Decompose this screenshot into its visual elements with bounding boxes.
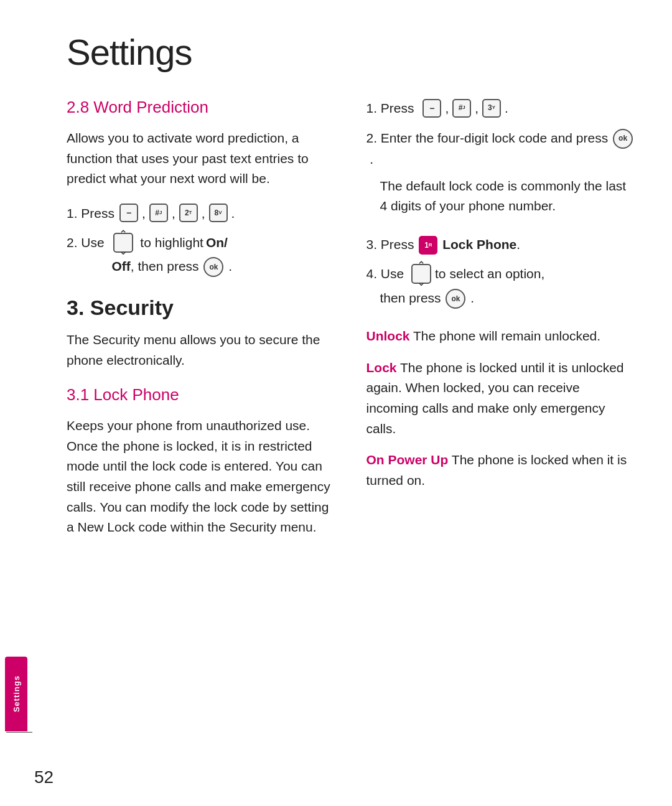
right-step2-indent: The default lock code is commonly the la…: [380, 176, 635, 217]
right-step2-line1: 2. Enter the four-digit lock code and pr…: [366, 128, 635, 170]
nav-key-r: ⌃⌄: [411, 264, 431, 284]
on-power-up-option: On Power Up The phone is locked when it …: [366, 450, 635, 490]
content-columns: 2.8 Word Prediction Allows you to activa…: [67, 98, 635, 775]
step2-content: ⌃⌄ to highlight On/ Off, then press ok .: [112, 232, 335, 277]
section-28-step2: 2. Use ⌃⌄ to highlight On/ Off, then pre…: [67, 232, 335, 277]
period1: .: [231, 203, 235, 224]
nav-key: ⌃⌄: [113, 233, 133, 253]
section-28: 2.8 Word Prediction Allows you to activa…: [67, 98, 335, 277]
minus-key: −: [119, 204, 138, 222]
ok-key-28: ok: [203, 257, 223, 277]
3-key-r: 3Y: [482, 99, 501, 118]
right-column: 1. Press − , #J , 3Y . 2. Enter the four…: [366, 98, 635, 775]
section-28-step1: 1. Press − , #J , 2T , 8V .: [67, 203, 335, 224]
sidebar-label: Settings: [12, 675, 21, 712]
right-step1: 1. Press − , #J , 3Y .: [366, 98, 635, 119]
step1-content: − , #J , 2T , 8V .: [118, 203, 235, 224]
unlock-option: Unlock The phone will remain unlocked.: [366, 326, 635, 347]
step1-number: 1. Press: [67, 203, 114, 224]
right-step4-suffix: to select an option,: [435, 263, 544, 284]
section-3-body: The Security menu allows you to secure t…: [67, 330, 335, 370]
hash-j-key: #J: [149, 204, 168, 222]
right-step4-then: then press ok .: [380, 288, 475, 309]
minus-key-r: −: [422, 99, 441, 118]
left-column: 2.8 Word Prediction Allows you to activa…: [67, 98, 335, 775]
section-31-heading: 3.1 Lock Phone: [67, 385, 335, 405]
comma3: ,: [202, 203, 205, 224]
section-3-heading: 3. Security: [67, 296, 335, 320]
lock-option: Lock The phone is locked until it is unl…: [366, 358, 635, 439]
r-comma1: ,: [445, 98, 449, 119]
right-step4-line1: 4. Use ⌃⌄ to select an option,: [366, 263, 545, 284]
right-step2: 2. Enter the four-digit lock code and pr…: [366, 128, 635, 225]
lock-text: The phone is locked until it is unlocked…: [366, 360, 624, 436]
right-step3-content: 3. Press 1R Lock Phone.: [366, 234, 521, 255]
off-text: Off, then press ok .: [112, 256, 233, 277]
right-step4-prefix: 4. Use: [366, 263, 408, 284]
sidebar-tab: Settings: [5, 657, 27, 731]
8-v-key: 8V: [209, 204, 228, 222]
right-step1-content: − , #J , 3Y .: [421, 98, 508, 119]
right-step1-num: 1. Press: [366, 98, 418, 119]
right-step3: 3. Press 1R Lock Phone.: [366, 234, 635, 255]
right-step2-prefix: 2. Enter the four-digit lock code and pr…: [366, 128, 635, 170]
right-step4: 4. Use ⌃⌄ to select an option, then pres…: [366, 263, 635, 317]
lock-phone-label: Lock Phone: [442, 237, 516, 251]
ok-key-r2: ok: [446, 289, 465, 309]
main-content: Settings 2.8 Word Prediction Allows you …: [32, 0, 672, 806]
section-28-body: Allows you to activate word prediction, …: [67, 128, 335, 189]
ok-key-r: ok: [613, 129, 633, 149]
on-off-text: On/: [206, 232, 228, 253]
unlock-label: Unlock: [366, 329, 410, 343]
1-r-key: 1R: [419, 236, 437, 255]
section-3: 3. Security The Security menu allows you…: [67, 296, 335, 370]
comma1: ,: [142, 203, 146, 224]
section-28-heading: 2.8 Word Prediction: [67, 98, 335, 117]
page-number: 52: [34, 767, 54, 787]
hash-j-key-r: #J: [452, 99, 471, 118]
r-period1: .: [505, 98, 508, 119]
comma2: ,: [172, 203, 175, 224]
section-31-body: Keeps your phone from unauthorized use. …: [67, 416, 335, 537]
section-31: 3.1 Lock Phone Keeps your phone from una…: [67, 385, 335, 537]
step3-period: .: [516, 237, 520, 251]
2-t-key: 2T: [179, 204, 198, 222]
r-comma2: ,: [475, 98, 478, 119]
sidebar: Settings: [0, 0, 32, 806]
page-title: Settings: [67, 31, 635, 73]
step2-number: 2. Use: [67, 232, 108, 253]
unlock-text: The phone will remain unlocked.: [410, 329, 601, 343]
sidebar-divider: [6, 732, 32, 733]
on-power-up-label: On Power Up: [366, 452, 449, 467]
lock-label: Lock: [366, 360, 397, 375]
